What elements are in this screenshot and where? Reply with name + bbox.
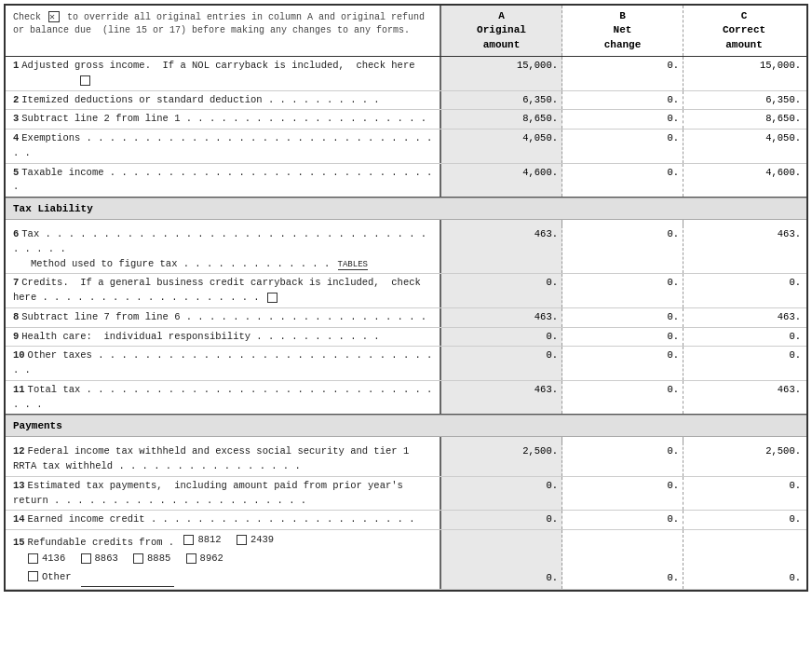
table-row: 14Earned income credit . . . . . . . . .… bbox=[6, 511, 806, 530]
row-1-col-b: 0. bbox=[562, 57, 683, 90]
row-9-col-c: 0. bbox=[683, 328, 805, 347]
cb-8885[interactable] bbox=[133, 553, 143, 564]
row-14-col-b: 0. bbox=[562, 511, 683, 529]
row-6-col-a: 463. bbox=[441, 225, 562, 273]
cb-8812[interactable] bbox=[183, 535, 194, 545]
cb-2439[interactable] bbox=[237, 535, 247, 545]
row-15-col-a: 0. bbox=[441, 530, 562, 589]
row-7-col-b: 0. bbox=[562, 274, 683, 307]
row-9-col-b: 0. bbox=[562, 328, 683, 347]
row-11-desc: 11Total tax . . . . . . . . . . . . . . … bbox=[6, 381, 441, 415]
cb-4136[interactable] bbox=[28, 553, 38, 564]
cb-8962-label: 8962 bbox=[200, 551, 223, 566]
row-3-col-b: 0. bbox=[562, 110, 683, 129]
table-row: 6Tax . . . . . . . . . . . . . . . . . .… bbox=[6, 225, 806, 274]
header-row: Check to override all original entries i… bbox=[6, 6, 806, 57]
row-3-col-a: 8,650. bbox=[441, 110, 562, 129]
row-10-col-a: 0. bbox=[441, 347, 562, 380]
row-2-desc: 2Itemized deductions or standard deducti… bbox=[6, 91, 441, 110]
row-11-col-c: 463. bbox=[683, 381, 805, 415]
payments-header: Payments bbox=[6, 415, 806, 437]
row-4-desc: 4Exemptions . . . . . . . . . . . . . . … bbox=[6, 130, 441, 163]
row-10-col-c: 0. bbox=[683, 347, 805, 380]
row-4-col-b: 0. bbox=[562, 130, 683, 163]
cb-8863[interactable] bbox=[81, 553, 91, 564]
form-container: Check to override all original entries i… bbox=[4, 4, 808, 592]
column-b-header: BNetchange bbox=[562, 6, 683, 56]
cb-8885-label: 8885 bbox=[147, 551, 170, 566]
row-14-col-c: 0. bbox=[683, 511, 805, 529]
table-row: 11Total tax . . . . . . . . . . . . . . … bbox=[6, 381, 806, 415]
cb-8812-label: 8812 bbox=[197, 532, 221, 548]
table-row: 5Taxable income . . . . . . . . . . . . … bbox=[6, 164, 806, 198]
business-credit-checkbox[interactable] bbox=[267, 293, 277, 303]
override-checkbox[interactable] bbox=[48, 11, 60, 22]
cb-8863-label: 8863 bbox=[95, 551, 118, 566]
row-5-col-a: 4,600. bbox=[441, 164, 562, 198]
row-15-col-c: 0. bbox=[683, 530, 805, 589]
row-9-col-a: 0. bbox=[441, 328, 562, 347]
table-row: 7Credits. If a general business credit c… bbox=[6, 274, 806, 308]
column-c-header: CCorrectamount bbox=[683, 6, 805, 56]
row-13-desc: 13Estimated tax payments, including amou… bbox=[6, 477, 441, 511]
row-2-col-c: 6,350. bbox=[683, 91, 805, 110]
cb-other-label: Other bbox=[42, 569, 72, 585]
payments-section: 12Federal income tax withheld and excess… bbox=[6, 437, 806, 590]
row-5-col-b: 0. bbox=[562, 164, 683, 198]
tax-liability-header: Tax Liability bbox=[6, 198, 806, 220]
row-10-col-b: 0. bbox=[562, 347, 683, 380]
row-6-col-c: 463. bbox=[683, 225, 805, 273]
table-row: 1Adjusted gross income. If a NOL carryba… bbox=[6, 57, 806, 91]
table-row: 3Subtract line 2 from line 1 . . . . . .… bbox=[6, 110, 806, 130]
row-9-desc: 9Health care: individual responsibility … bbox=[6, 328, 441, 347]
row-2-col-b: 0. bbox=[562, 91, 683, 110]
row-4-col-c: 4,050. bbox=[683, 130, 805, 163]
row-4-col-a: 4,050. bbox=[441, 130, 562, 163]
row-12-col-a: 2,500. bbox=[441, 443, 562, 476]
row-15-col-b: 0. bbox=[562, 530, 683, 589]
row-12-col-c: 2,500. bbox=[683, 443, 805, 476]
table-row: 10Other taxes . . . . . . . . . . . . . … bbox=[6, 347, 806, 381]
row-7-col-a: 0. bbox=[441, 274, 562, 307]
row-8-col-b: 0. bbox=[562, 308, 683, 327]
table-row: 8Subtract line 7 from line 6 . . . . . .… bbox=[6, 308, 806, 328]
table-row: 13Estimated tax payments, including amou… bbox=[6, 477, 806, 512]
row-11-col-a: 463. bbox=[441, 381, 562, 415]
row-13-col-b: 0. bbox=[562, 477, 683, 511]
cb-2439-label: 2439 bbox=[250, 532, 274, 548]
row-6-col-b: 0. bbox=[562, 225, 683, 273]
cb-4136-label: 4136 bbox=[42, 551, 65, 566]
tax-liability-section: 6Tax . . . . . . . . . . . . . . . . . .… bbox=[6, 220, 806, 415]
row-8-col-c: 463. bbox=[683, 308, 805, 327]
row-13-col-c: 0. bbox=[683, 477, 805, 511]
row-3-desc: 3Subtract line 2 from line 1 . . . . . .… bbox=[6, 110, 441, 129]
row-14-desc: 14Earned income credit . . . . . . . . .… bbox=[6, 511, 441, 529]
income-section: 1Adjusted gross income. If a NOL carryba… bbox=[6, 57, 806, 198]
row-10-desc: 10Other taxes . . . . . . . . . . . . . … bbox=[6, 347, 441, 380]
row-7-col-c: 0. bbox=[683, 274, 805, 307]
tables-label: TABLES bbox=[338, 260, 368, 270]
row-1-desc: 1Adjusted gross income. If a NOL carryba… bbox=[6, 57, 441, 90]
row-5-col-c: 4,600. bbox=[683, 164, 805, 198]
header-description: Check to override all original entries i… bbox=[6, 6, 441, 56]
row-13-col-a: 0. bbox=[441, 477, 562, 511]
row-5-desc: 5Taxable income . . . . . . . . . . . . … bbox=[6, 164, 441, 198]
column-a-header: AA Original amountOriginalamount bbox=[441, 6, 562, 56]
table-row: 2Itemized deductions or standard deducti… bbox=[6, 91, 806, 111]
row-7-desc: 7Credits. If a general business credit c… bbox=[6, 274, 441, 307]
row-11-col-b: 0. bbox=[562, 381, 683, 415]
table-row: 12Federal income tax withheld and excess… bbox=[6, 443, 806, 477]
row-8-desc: 8Subtract line 7 from line 6 . . . . . .… bbox=[6, 308, 441, 327]
row-2-col-a: 6,350. bbox=[441, 91, 562, 110]
table-row: 15Refundable credits from . 8812 2439 41… bbox=[6, 530, 806, 590]
row-1-col-a: 15,000. bbox=[441, 57, 562, 90]
cb-8962[interactable] bbox=[186, 553, 196, 564]
row-3-col-c: 8,650. bbox=[683, 110, 805, 129]
row-15-desc: 15Refundable credits from . 8812 2439 41… bbox=[6, 530, 441, 589]
row-12-col-b: 0. bbox=[562, 443, 683, 476]
row-1-col-c: 15,000. bbox=[683, 57, 805, 90]
cb-other[interactable] bbox=[28, 571, 38, 581]
nol-checkbox[interactable] bbox=[80, 75, 90, 86]
row-8-col-a: 463. bbox=[441, 308, 562, 327]
row-14-col-a: 0. bbox=[441, 511, 562, 529]
